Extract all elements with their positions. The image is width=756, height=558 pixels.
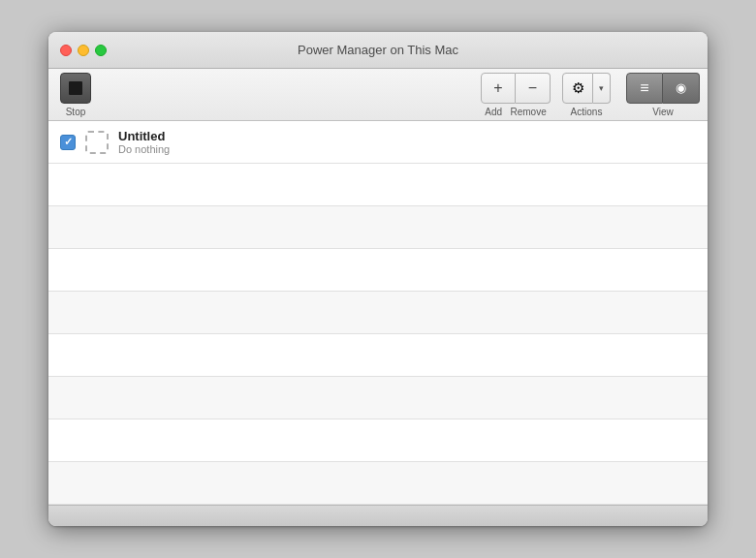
content-area: ✓ Untitled Do nothing [48,121,708,505]
empty-row [48,462,708,505]
row-text: Untitled Do nothing [118,129,170,155]
close-button[interactable] [60,45,72,56]
gear-button[interactable]: ⚙ [562,73,593,104]
row-item-icon [85,131,109,154]
empty-row [48,419,708,462]
remove-button[interactable]: − [516,73,551,104]
row-checkbox[interactable]: ✓ [60,135,76,150]
row-subtitle: Do nothing [118,143,170,155]
stop-label: Stop [66,107,86,117]
add-button[interactable]: + [481,73,516,104]
minimize-button[interactable] [78,45,89,56]
row-title: Untitled [118,129,170,143]
empty-row [48,334,708,377]
view-section: ≡ ◉ View [626,73,700,117]
empty-row [48,164,708,206]
chart-view-button[interactable]: ◉ [663,73,700,104]
chevron-down-icon: ▾ [599,83,604,93]
toolbar: Stop + − Add Remove ⚙ [48,69,708,121]
empty-row [48,292,708,334]
minus-icon: − [528,79,537,97]
traffic-lights [60,45,107,56]
maximize-button[interactable] [95,45,107,56]
table-row[interactable]: ✓ Untitled Do nothing [48,121,708,164]
remove-label: Remove [511,107,547,117]
gear-icon: ⚙ [572,79,584,97]
plus-icon: + [493,79,502,97]
empty-row [48,377,708,419]
actions-label: Actions [571,107,603,117]
add-label: Add [485,107,502,117]
add-section: + − Add Remove [481,73,551,117]
actions-section: ⚙ ▾ Actions [562,73,611,117]
stop-button[interactable] [60,73,91,104]
actions-dropdown-button[interactable]: ▾ [593,73,611,104]
titlebar: Power Manager on This Mac [48,32,708,69]
chart-view-icon: ◉ [676,80,686,95]
list-view-icon: ≡ [640,79,648,97]
list-view-button[interactable]: ≡ [626,73,663,104]
stop-icon [69,81,82,95]
bottom-bar [48,505,708,526]
checkmark-icon: ✓ [64,136,73,148]
stop-section: Stop [60,73,91,117]
view-label: View [652,107,674,117]
empty-rows [48,164,708,505]
empty-row [48,206,708,249]
app-window: Power Manager on This Mac Stop + − Add [48,32,708,526]
window-title: Power Manager on This Mac [298,43,458,57]
empty-row [48,249,708,292]
